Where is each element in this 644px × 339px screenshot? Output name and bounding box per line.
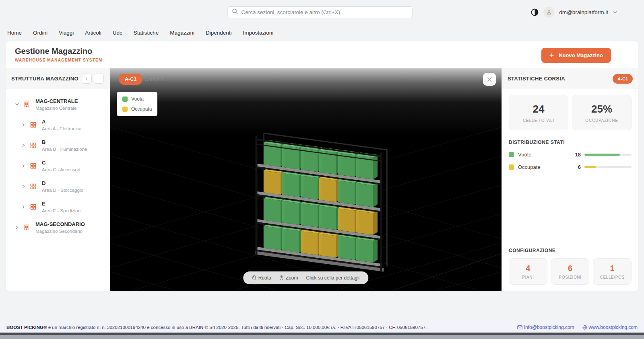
aisle-3d-viewer[interactable]: A-C1 Corsia 1 VuotaOccupata Ruota (110, 68, 502, 291)
rack-3d-scene[interactable] (110, 68, 502, 291)
legend-label: Occupata (131, 106, 152, 112)
chevron-right-icon[interactable] (21, 143, 27, 148)
rotate-hint: Ruota (252, 275, 271, 281)
new-warehouse-button-label: Nuovo Magazzino (559, 52, 603, 58)
area-grid-icon (30, 183, 38, 190)
chevron-right-icon[interactable] (21, 184, 27, 189)
distribution-label: Vuote (518, 152, 575, 158)
distribution-swatch (509, 152, 514, 157)
footer-website-link[interactable]: www.boostpicking.com (582, 325, 638, 330)
configuration-section: CONFIGURAZIONE 4PIANI6POSIZIONI1CELLE/PO… (509, 242, 632, 285)
user-email[interactable]: dm@brainplatform.it (559, 9, 608, 15)
tree-item-name: Area D - Stoccaggio (42, 188, 83, 193)
tree-item-b[interactable]: BArea B - Illuminazione (6, 135, 109, 156)
tree-item-code: B (42, 139, 87, 145)
tree-expand-button[interactable]: + (82, 74, 92, 84)
distribution-bar (584, 166, 632, 168)
content-card: Gestione Magazzino WAREHOUSE MANAGEMENT … (6, 41, 638, 291)
topbar: dm@brainplatform.it (0, 0, 644, 24)
chevron-right-icon[interactable] (21, 204, 27, 210)
footer-email-link[interactable]: info@boostpicking.com (517, 325, 574, 330)
nav-item-home[interactable]: Home (7, 30, 22, 36)
tree-panel-title: STRUTTURA MAGAZZINO (11, 76, 80, 82)
chevron-right-icon[interactable] (14, 225, 20, 230)
tree-item-mag-centrale[interactable]: MAG-CENTRALEMagazzino Centrale (6, 94, 109, 115)
nav-item-articoli[interactable]: Articoli (85, 30, 101, 36)
configuration-title: CONFIGURAZIONE (509, 248, 632, 253)
nav-item-impostazioni[interactable]: Impostazioni (243, 30, 273, 36)
nav-item-ordini[interactable]: Ordini (33, 30, 47, 36)
distribution-row: Occupate6 (509, 164, 632, 170)
stats-aisle-badge: A-C1 (613, 74, 633, 84)
dark-mode-toggle-icon[interactable] (531, 8, 539, 16)
nav-item-magazzini[interactable]: Magazzini (170, 30, 194, 36)
nav-item-viaggi[interactable]: Viaggi (59, 30, 74, 36)
chevron-right-icon[interactable] (21, 122, 27, 127)
tree-item-text: EArea E - Spedizioni (42, 201, 81, 213)
global-search[interactable] (227, 6, 413, 18)
warehouse-tree-panel: STRUTTURA MAGAZZINO + − MAG-CENTRALEMaga… (6, 68, 110, 291)
aisle-stats-panel: STATISTICHE CORSIA A-C1 24CELLE TOTALI25… (502, 68, 638, 291)
area-grid-icon (30, 203, 38, 210)
tree-item-text: MAG-CENTRALEMagazzino Centrale (35, 98, 78, 111)
legend-swatch-empty (122, 97, 128, 102)
stat-label: OCCUPAZIONE (585, 118, 618, 123)
viewer-legend: VuotaOccupata (117, 92, 157, 116)
tree-item-mag-secondario[interactable]: MAG-SECONDARIOMagazzino Secondario (6, 217, 109, 238)
stat-cards: 24CELLE TOTALI25%OCCUPAZIONE (509, 95, 632, 130)
nav-item-udc[interactable]: Udc (113, 30, 122, 36)
search-input[interactable] (241, 9, 408, 15)
tree-item-a[interactable]: AArea A - Elettronica (6, 115, 109, 135)
new-warehouse-button[interactable]: + Nuovo Magazzino (541, 48, 611, 63)
distribution-section: DISTRIBUZIONE STATI Vuote18Occupate6 (509, 140, 632, 170)
aisle-name: Corsia 1 (144, 76, 164, 82)
avatar[interactable] (543, 7, 554, 18)
page-header: Gestione Magazzino WAREHOUSE MANAGEMENT … (6, 41, 638, 68)
tree-item-c[interactable]: CArea C - Accessori (6, 156, 109, 176)
tree-collapse-button[interactable]: − (94, 74, 104, 84)
config-value: 4 (526, 264, 530, 273)
tree-item-name: Area C - Accessori (42, 167, 80, 172)
legend-row-occupied: Occupata (122, 106, 152, 112)
area-grid-icon (30, 121, 38, 128)
tree-item-code: E (42, 201, 81, 207)
main-nav: HomeOrdiniViaggiArticoliUdcStatisticheMa… (0, 24, 644, 41)
tree-item-text: BArea B - Illuminazione (42, 139, 87, 152)
tree-item-text: AArea A - Elettronica (42, 119, 81, 131)
tree-item-text: DArea D - Stoccaggio (42, 180, 83, 193)
chevron-down-icon[interactable] (613, 10, 617, 14)
search-icon (232, 8, 238, 16)
tree-item-e[interactable]: EArea E - Spedizioni (6, 197, 109, 217)
zoom-hint: Zoom (279, 275, 298, 281)
config-card: 6POSIZIONI (551, 258, 590, 285)
nav-item-statistiche[interactable]: Statistiche (134, 30, 159, 36)
distribution-value: 6 (578, 164, 581, 170)
stat-value: 24 (533, 103, 545, 115)
config-card: 1CELLE/POS (593, 258, 632, 285)
distribution-label: Occupate (518, 164, 578, 170)
footer-brand: BOOST PICKING® (6, 325, 47, 330)
aisle-badge: A-C1 (119, 74, 142, 85)
config-cards: 4PIANI6POSIZIONI1CELLE/POS (509, 258, 632, 285)
viewer-close-button[interactable] (483, 73, 496, 86)
distribution-swatch (509, 164, 514, 170)
distribution-row: Vuote18 (509, 152, 632, 158)
chevron-down-icon[interactable] (14, 102, 20, 107)
config-card: 4PIANI (509, 258, 547, 285)
config-label: PIANI (522, 275, 534, 279)
chevron-right-icon[interactable] (21, 163, 27, 168)
horizontal-scrollbar[interactable] (0, 335, 644, 339)
tree-item-d[interactable]: DArea D - Stoccaggio (6, 176, 109, 197)
tree-item-name: Area E - Spedizioni (42, 208, 81, 213)
tree-list: MAG-CENTRALEMagazzino CentraleAArea A - … (6, 89, 109, 238)
tree-item-name: Area A - Elettronica (42, 126, 81, 131)
warehouse-icon (23, 101, 31, 108)
tree-item-code: MAG-CENTRALE (35, 98, 78, 104)
distribution-title: DISTRIBUZIONE STATI (509, 140, 632, 145)
distribution-bar-fill (584, 154, 620, 156)
plus-icon: + (549, 51, 554, 60)
tree-item-code: D (42, 180, 83, 186)
stat-value: 25% (591, 103, 612, 115)
nav-item-dipendenti[interactable]: Dipendenti (206, 30, 232, 36)
tree-item-code: A (42, 119, 81, 125)
